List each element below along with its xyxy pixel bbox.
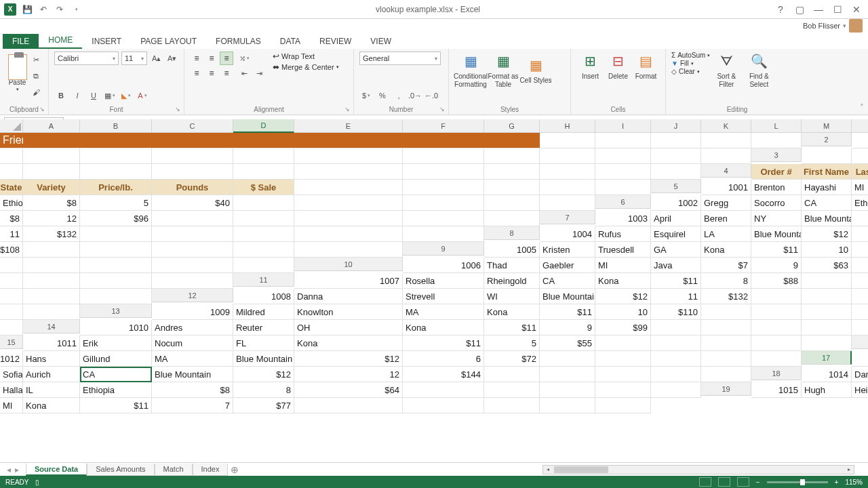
cell[interactable]: [802, 148, 852, 164]
cell[interactable]: 9: [540, 320, 595, 336]
cell[interactable]: [651, 133, 701, 148]
cell[interactable]: [23, 304, 80, 320]
user-avatar[interactable]: [849, 19, 863, 33]
paste-button[interactable]: Paste▾: [5, 52, 29, 99]
decrease-indent-icon[interactable]: ⇤: [237, 66, 251, 80]
cell[interactable]: Order #: [751, 164, 802, 180]
cell[interactable]: [403, 195, 484, 211]
row-header[interactable]: 15: [0, 336, 23, 349]
file-tab[interactable]: FILE: [3, 34, 39, 49]
cell[interactable]: Blue Mountain: [802, 211, 852, 226]
align-right-icon[interactable]: ≡: [220, 66, 233, 80]
increase-decimal-icon[interactable]: .0→: [408, 89, 422, 102]
cell[interactable]: [751, 336, 802, 351]
cell[interactable]: [701, 133, 751, 148]
find-select-button[interactable]: 🔍Find & Select: [743, 52, 775, 89]
cell[interactable]: $63: [802, 258, 852, 273]
cell[interactable]: Erik: [80, 336, 152, 351]
scroll-right-icon[interactable]: ▸: [844, 466, 854, 474]
cell[interactable]: $132: [23, 226, 80, 242]
cell[interactable]: [484, 398, 540, 413]
cell[interactable]: Gaebler: [540, 258, 595, 273]
cell[interactable]: First Name: [802, 164, 852, 180]
column-header[interactable]: E: [294, 119, 403, 133]
row-header[interactable]: 7: [540, 211, 595, 224]
cell[interactable]: 1007: [294, 273, 403, 289]
row-header[interactable]: 9: [403, 242, 484, 256]
cell[interactable]: [751, 320, 802, 336]
cell[interactable]: CA: [80, 367, 152, 382]
zoom-out-icon[interactable]: −: [756, 479, 760, 486]
cell[interactable]: Andres: [152, 320, 233, 336]
zoom-in-icon[interactable]: +: [835, 479, 839, 486]
cell[interactable]: [802, 304, 852, 320]
cell[interactable]: $12: [852, 211, 868, 226]
cell[interactable]: [484, 211, 540, 226]
page-break-view-icon[interactable]: [737, 477, 749, 487]
cell[interactable]: Kona: [484, 304, 540, 320]
user-name[interactable]: Bob Flisser: [803, 22, 840, 30]
cell[interactable]: [595, 382, 651, 398]
cell[interactable]: Blue Mountain: [152, 367, 233, 382]
cell[interactable]: Ethiopia: [80, 382, 152, 398]
sheet-tab[interactable]: Index: [193, 464, 229, 476]
cell[interactable]: [802, 273, 852, 289]
cell[interactable]: [403, 211, 484, 226]
cell[interactable]: $12: [595, 289, 651, 304]
cell[interactable]: [23, 133, 80, 148]
cell[interactable]: [80, 148, 152, 164]
row-header[interactable]: 5: [651, 180, 701, 193]
cell[interactable]: 1013: [852, 351, 868, 367]
align-center-icon[interactable]: ≡: [205, 66, 218, 80]
scroll-left-icon[interactable]: ◂: [543, 466, 553, 474]
minimize-icon[interactable]: —: [812, 3, 825, 16]
cell[interactable]: WI: [484, 289, 540, 304]
cell[interactable]: [595, 164, 651, 180]
cell[interactable]: [595, 351, 651, 367]
cell[interactable]: $11: [751, 242, 802, 258]
cell[interactable]: 11: [651, 289, 701, 304]
cell[interactable]: 1012: [0, 351, 23, 367]
cell[interactable]: $99: [595, 320, 651, 336]
cell[interactable]: [484, 148, 540, 164]
cell[interactable]: $12: [233, 367, 294, 382]
underline-button[interactable]: U: [87, 89, 100, 102]
cell[interactable]: 12: [23, 211, 80, 226]
column-header[interactable]: C: [152, 119, 233, 133]
cell[interactable]: $11: [403, 336, 484, 351]
cell[interactable]: CA: [802, 195, 852, 211]
macro-record-icon[interactable]: ▯: [35, 479, 39, 486]
close-icon[interactable]: ✕: [850, 3, 863, 16]
cell[interactable]: [294, 195, 403, 211]
cell[interactable]: 1010: [80, 320, 152, 336]
sheet-nav-last-icon[interactable]: ▸: [15, 465, 19, 474]
cell[interactable]: $8: [152, 382, 233, 398]
cell[interactable]: [751, 133, 802, 148]
font-color-icon[interactable]: A: [136, 89, 149, 102]
column-header[interactable]: J: [651, 119, 701, 133]
cell[interactable]: Rheingold: [484, 273, 540, 289]
cell[interactable]: Aurich: [23, 367, 80, 382]
cell[interactable]: [233, 195, 294, 211]
cell[interactable]: Beren: [701, 211, 751, 226]
cell[interactable]: [403, 382, 484, 398]
cell[interactable]: [651, 164, 701, 180]
tab-insert[interactable]: INSERT: [82, 34, 131, 49]
cell[interactable]: [852, 273, 868, 289]
cell[interactable]: CA: [540, 273, 595, 289]
cut-icon[interactable]: ✂: [29, 53, 43, 66]
cell[interactable]: Nocum: [152, 336, 233, 351]
cell[interactable]: Truesdell: [595, 242, 651, 258]
save-icon[interactable]: 💾: [22, 4, 33, 15]
cell[interactable]: 9: [852, 226, 868, 242]
qat-customize-icon[interactable]: [71, 4, 81, 15]
cell[interactable]: [0, 148, 23, 164]
cell[interactable]: 1008: [233, 289, 294, 304]
add-sheet-button[interactable]: ⊕: [228, 464, 241, 475]
cell[interactable]: $7: [701, 258, 751, 273]
cell[interactable]: MI: [852, 180, 868, 195]
cell[interactable]: Friendly Grounds Coffee House: [0, 133, 23, 148]
horizontal-scrollbar[interactable]: ◂ ▸: [542, 465, 854, 474]
cell[interactable]: $12: [294, 351, 403, 367]
cell[interactable]: [540, 367, 595, 382]
